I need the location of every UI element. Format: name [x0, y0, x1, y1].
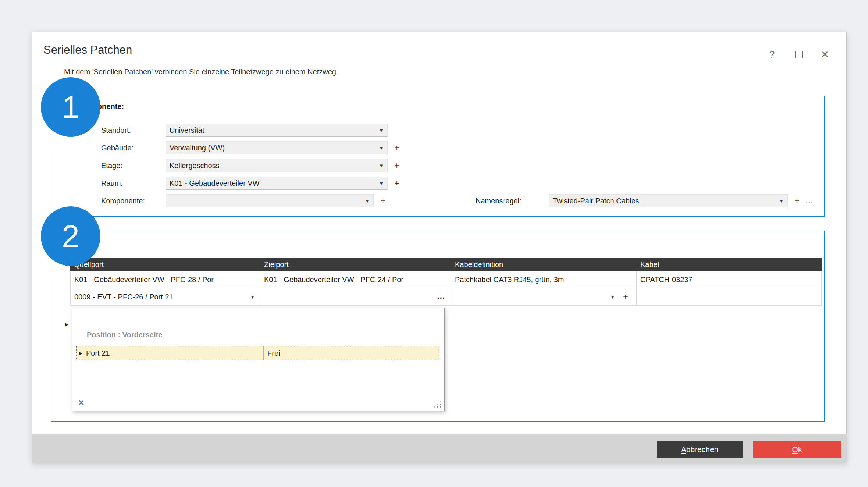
- column-header-quellport[interactable]: Quellport: [70, 258, 260, 271]
- cancel-button[interactable]: Abbrechen: [657, 441, 743, 458]
- form-row-komponente: Komponente: ▼ +: [101, 194, 385, 207]
- etage-value: Kellergeschoss: [170, 161, 220, 170]
- gebaeude-label: Gebäude:: [101, 144, 166, 152]
- komponente-combobox[interactable]: ▼: [166, 194, 374, 207]
- maximize-box-glyph: [795, 51, 803, 58]
- add-namensregel-button[interactable]: +: [794, 194, 800, 207]
- help-icon[interactable]: ?: [766, 49, 778, 60]
- add-etage-button[interactable]: +: [394, 159, 399, 172]
- cell-kabeldefinition[interactable]: Patchkabel CAT3 RJ45, grün, 3m: [451, 271, 637, 288]
- namensregel-value: Twisted-Pair Patch Cables: [553, 197, 639, 205]
- chevron-down-icon[interactable]: ▼: [379, 163, 384, 168]
- ok-accesskey: O: [792, 445, 798, 454]
- standort-label: Standort:: [101, 126, 166, 135]
- startkomponente-section: Startkomponente: Standort: Universität ▼…: [51, 96, 825, 217]
- chevron-down-icon[interactable]: ▼: [379, 181, 384, 186]
- picker-footer: ✕: [72, 395, 444, 411]
- patch-table: Quellport Zielport Kabeldefinition Kabel…: [70, 258, 822, 306]
- table-row[interactable]: K01 - Gebäudeverteiler VW - PFC-28 / Por…: [70, 271, 822, 288]
- chevron-down-icon[interactable]: ▼: [365, 198, 370, 204]
- add-kabeldefinition-button[interactable]: +: [623, 292, 628, 302]
- add-gebaeude-button[interactable]: +: [394, 141, 399, 154]
- etage-combobox[interactable]: Kellergeschoss ▼: [166, 159, 388, 172]
- standort-combobox[interactable]: Universität ▼: [166, 124, 388, 137]
- namensregel-more-options-button[interactable]: ...: [805, 196, 813, 206]
- picker-port-name: Port 21: [86, 349, 263, 358]
- chevron-down-icon[interactable]: ▼: [610, 294, 615, 300]
- active-row-marker-icon: ▸: [65, 320, 68, 328]
- picker-port-status: Frei: [263, 346, 440, 360]
- gebaeude-combobox[interactable]: Verwaltung (VW) ▼: [166, 141, 388, 154]
- etage-label: Etage:: [101, 161, 166, 170]
- form-row-etage: Etage: Kellergeschoss ▼ +: [101, 159, 399, 172]
- kabeldefinition-edit-combobox[interactable]: ▼ +: [451, 288, 637, 306]
- quellport-edit-value: 0009 - EVT - PFC-26 / Port 21: [74, 293, 173, 301]
- column-header-kabel[interactable]: Kabel: [637, 258, 822, 271]
- cancel-accesskey: A: [681, 445, 686, 454]
- step-1-badge: 1: [41, 77, 100, 137]
- komponente-label: Komponente:: [101, 197, 166, 205]
- form-row-namensregel: Namensregel: Twisted-Pair Patch Cables ▼…: [476, 194, 813, 207]
- picker-group-header: Position : Vorderseite: [87, 331, 162, 339]
- chevron-down-icon[interactable]: ▼: [379, 145, 384, 151]
- maximize-icon[interactable]: [793, 49, 804, 60]
- namensregel-combobox[interactable]: Twisted-Pair Patch Cables ▼: [549, 194, 788, 207]
- raum-value: K01 - Gebäudeverteiler VW: [170, 179, 260, 188]
- dialog-title: Serielles Patchen: [43, 43, 132, 57]
- picker-row-port[interactable]: ▸ Port 21 Frei: [76, 346, 440, 360]
- chevron-down-icon[interactable]: ▼: [779, 198, 784, 204]
- column-header-zielport[interactable]: Zielport: [260, 258, 451, 271]
- clear-selection-button[interactable]: ✕: [78, 398, 85, 407]
- patch-table-header: Quellport Zielport Kabeldefinition Kabel: [70, 258, 822, 271]
- form-row-standort: Standort: Universität ▼: [101, 124, 388, 137]
- window-controls: ? ✕: [766, 49, 831, 60]
- port-picker-dropdown: Position : Vorderseite ▸ Port 21 Frei ✕: [72, 308, 445, 411]
- ok-button[interactable]: Ok: [753, 441, 841, 458]
- cell-quellport[interactable]: K01 - Gebäudeverteiler VW - PFC-28 / Por: [70, 271, 260, 288]
- raum-label: Raum:: [101, 179, 166, 188]
- raum-combobox[interactable]: K01 - Gebäudeverteiler VW ▼: [166, 177, 388, 190]
- cell-zielport[interactable]: K01 - Gebäudeverteiler VW - PFC-24 / Por: [260, 271, 451, 288]
- form-row-gebaeude: Gebäude: Verwaltung (VW) ▼ +: [101, 141, 399, 154]
- ok-label-rest: k: [798, 445, 802, 454]
- chevron-down-icon[interactable]: ▼: [379, 128, 384, 133]
- add-raum-button[interactable]: +: [394, 177, 399, 190]
- column-header-kabeldefinition[interactable]: Kabeldefinition: [451, 258, 637, 271]
- namensregel-label: Namensregel:: [476, 197, 549, 205]
- serielles-patchen-dialog: Serielles Patchen ? ✕ Mit dem 'Seriellen…: [32, 32, 847, 463]
- kabel-edit-cell[interactable]: [637, 288, 822, 306]
- browse-zielport-button[interactable]: ...: [437, 291, 445, 301]
- quellport-edit-combobox[interactable]: 0009 - EVT - PFC-26 / Port 21 ▼: [70, 288, 260, 306]
- dialog-subtitle: Mit dem 'Seriellen Patchen' verbinden Si…: [64, 68, 338, 76]
- patchliste-section: Patchliste: ▸ Quellport Zielport Kabelde…: [51, 231, 825, 422]
- add-komponente-button[interactable]: +: [380, 194, 385, 207]
- gebaeude-value: Verwaltung (VW): [170, 144, 225, 152]
- close-icon[interactable]: ✕: [819, 49, 831, 60]
- chevron-down-icon[interactable]: ▼: [250, 294, 255, 300]
- standort-value: Universität: [170, 126, 204, 135]
- resize-grip[interactable]: [435, 401, 442, 409]
- form-row-raum: Raum: K01 - Gebäudeverteiler VW ▼ +: [101, 177, 399, 190]
- table-edit-row: 0009 - EVT - PFC-26 / Port 21 ▼ ... ▼ +: [70, 288, 822, 306]
- row-marker-icon: ▸: [77, 349, 86, 357]
- cell-kabel[interactable]: CPATCH-03237: [637, 271, 822, 288]
- zielport-edit-cell[interactable]: ...: [260, 288, 451, 306]
- step-2-badge: 2: [41, 206, 100, 266]
- cancel-label-rest: bbrechen: [686, 445, 719, 454]
- dialog-button-bar: Abbrechen Ok: [32, 434, 847, 463]
